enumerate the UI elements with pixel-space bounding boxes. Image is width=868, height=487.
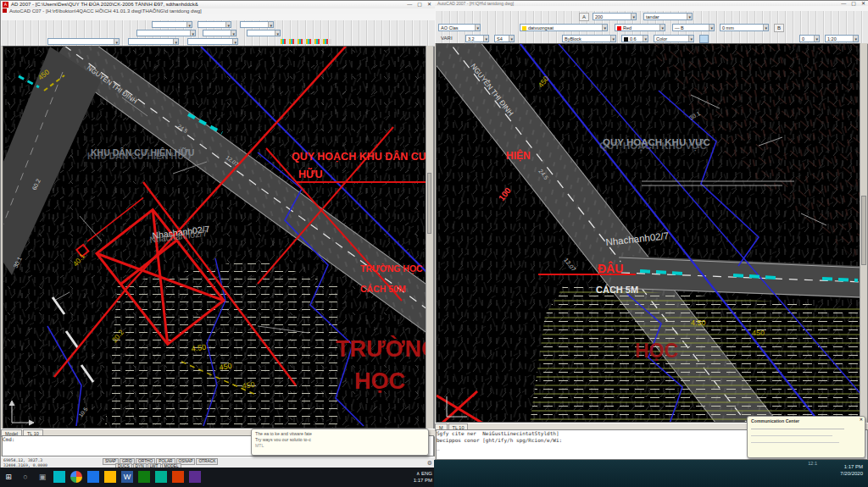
color-combo[interactable]	[128, 38, 179, 45]
scrollbar-thumb[interactable]	[427, 173, 431, 234]
taskbar-icons[interactable]: ⊞○▣W	[0, 468, 203, 482]
window-control-button[interactable]: ✕	[425, 1, 434, 8]
notification-line: Try ways vou our solutio to-c	[255, 437, 425, 443]
scrollbar-thumb[interactable]	[861, 196, 866, 265]
task-view-icon[interactable]: ▣	[36, 471, 48, 483]
parcel-number: 450	[752, 329, 765, 337]
toolbar-combo[interactable]	[240, 21, 274, 28]
tray-caret-icon[interactable]: ∧	[416, 471, 420, 476]
toolbar-combo[interactable]	[198, 21, 231, 28]
text-tool-button[interactable]: A	[579, 13, 589, 21]
status-toggle[interactable]: OTRACK	[196, 458, 218, 465]
window-title-secondary: AutoCAD C07 - [H:\r6\bukton\4QACC HỒ\CH …	[9, 8, 202, 14]
cad-drawing-left: QUY HOẠCH KHU DÂN CƯ HIỆNHỮUTRƯỜNG HỌC N…	[3, 47, 429, 429]
toolbar-layers[interactable]: AO Clas datvuongsat Red — B 0 mm B	[435, 22, 868, 34]
workspace-combo[interactable]: AO Clas	[438, 24, 481, 31]
text-height-combo[interactable]: 200	[593, 13, 637, 20]
annotation-cach-5m: CÁCH 5M	[596, 285, 638, 295]
annotation-truong: TRƯỜNG	[336, 335, 429, 362]
toolbar-color-swatches	[281, 39, 331, 44]
scale-combo[interactable]: 1:20	[825, 35, 859, 42]
app-icon-green[interactable]	[138, 471, 150, 483]
annotation-hien: HIỆN	[506, 149, 531, 162]
notification-bubble[interactable]: The ea to ke and vitware fate Try ways v…	[251, 429, 429, 456]
app-icon-mint[interactable]	[155, 471, 167, 483]
window-control-button[interactable]: —	[404, 1, 415, 8]
annotation-khu-vuc-ghost: QUY HOẠCH KHU VỰC	[599, 141, 707, 152]
vertical-scrollbar[interactable]	[860, 43, 867, 423]
taskbar-left-monitor[interactable]: ⊞○▣W ∧ ENG 1:17 PM	[0, 468, 434, 487]
vari-value2-box[interactable]: S4	[494, 35, 515, 42]
annotation-dau: ĐẬU	[598, 261, 623, 275]
school-parcel-hatch	[105, 258, 342, 426]
annotation-quy-hoach-2: HỮU	[298, 168, 322, 180]
panel-divider	[751, 429, 844, 429]
toolbar-combo[interactable]	[247, 30, 281, 36]
folder-icon[interactable]	[104, 471, 116, 483]
cad-drawing-right: HIỆNQUY HOẠCH KHU VỰCQUY HOẠCH KHU VỰCNh…	[437, 44, 861, 423]
panel-title: Communication Center	[751, 418, 799, 423]
plotstyle-combo[interactable]: ByBlock	[562, 35, 616, 42]
toolbar-combo[interactable]	[136, 30, 196, 36]
text-style-combo[interactable]: tandar	[643, 13, 693, 20]
width-box[interactable]: 0.6	[621, 35, 648, 42]
window-controls[interactable]: —▢✕	[404, 1, 434, 8]
autocad-logo-icon: A	[3, 2, 8, 8]
autocad-window-left: A AD 2007 - [C:\Users\Des\QUY TH ĐÚA 202…	[0, 0, 434, 468]
color-combo[interactable]: Red	[615, 24, 665, 31]
clock[interactable]: 1:17 PM 7/20/2020	[840, 463, 863, 477]
start-button[interactable]: ⊞	[3, 471, 14, 483]
annotation-khu-dan-cu-ghost: KHU DÂN CƯ HIỆN HỮU	[87, 151, 191, 162]
zero-combo[interactable]: 0	[799, 35, 820, 42]
autocad-window-right: AutoCAD 2007 - [H:\QH\d tantdong dwg] —▢…	[434, 0, 868, 460]
clock[interactable]: 1:17 PM	[414, 477, 432, 484]
lineweight-combo[interactable]: 0 mm	[720, 24, 769, 31]
status-tray-icon[interactable]: ⚙	[427, 460, 432, 467]
parcel-number: 450	[242, 380, 255, 390]
annotation-hoc: HỌC	[354, 368, 405, 394]
taskbar-right-monitor[interactable]: 12:1 1:17 PM 7/20/2020	[434, 460, 868, 487]
search-icon[interactable]: ○	[19, 471, 31, 483]
window-control-button[interactable]: ▢	[415, 1, 425, 8]
layer-combo[interactable]: datvuongsat	[520, 24, 608, 31]
panel-divider	[751, 435, 832, 436]
toolbar-combo[interactable]	[203, 30, 236, 36]
vari-value-box[interactable]: 3.2	[465, 35, 489, 42]
layer-combo[interactable]	[47, 38, 120, 45]
close-icon[interactable]: ✕	[860, 417, 863, 423]
annotation-truong-hoc-nguyen: TRƯỜNG HỌC NGUYỄN THỊ	[360, 263, 429, 274]
app-icon-purple[interactable]	[189, 471, 201, 483]
color-ctrl-combo[interactable]: Color	[654, 35, 694, 42]
chrome-icon[interactable]	[70, 471, 82, 483]
linetype-combo[interactable]: — B	[672, 24, 715, 31]
system-tray[interactable]: ∧ ENG 1:17 PM	[414, 470, 432, 484]
annotation-quy-hoach: QUY HOẠCH KHU DÂN CƯ HIỆN	[292, 150, 429, 163]
word-icon[interactable]: W	[121, 471, 133, 483]
toolbar-combo[interactable]	[152, 21, 192, 28]
vari-label: VARI	[438, 35, 455, 42]
drawing-canvas[interactable]: QUY HOẠCH KHU DÂN CƯ HIỆNHỮUTRƯỜNG HỌC N…	[3, 46, 429, 429]
byblock-button[interactable]: B	[774, 24, 784, 32]
parcel-number: 4.50	[691, 318, 706, 327]
annotation-cach-50m: CÁCH 50M	[360, 284, 406, 294]
annotation-hoc: HỌC	[635, 340, 678, 362]
app-icon-teal[interactable]	[53, 471, 65, 483]
parcel-number: 450	[219, 362, 232, 372]
communication-center-panel[interactable]: Communication Center ✕	[747, 416, 865, 458]
notification-line: MTL	[255, 443, 425, 449]
language-indicator[interactable]: ENG	[421, 471, 432, 476]
dual-monitor-desktop: { "left_window": { "title": "AD 2007 - […	[0, 0, 868, 487]
school-parcel-hatch	[530, 285, 861, 423]
status-fragment: 12:1	[808, 461, 817, 466]
linetype-combo[interactable]	[187, 38, 238, 45]
app-icon-blue[interactable]	[87, 471, 99, 483]
vertical-scrollbar[interactable]	[426, 46, 432, 429]
window-title: AD 2007 - [C:\Users\Des\QUY TH ĐÚA 2020\…	[11, 1, 198, 8]
autocad-logo-icon	[3, 8, 7, 13]
app-icon-orange[interactable]	[172, 471, 184, 483]
highlighted-cell[interactable]	[699, 35, 709, 43]
drawing-canvas[interactable]: HIỆNQUY HOẠCH KHU VỰCQUY HOẠCH KHU VỰCNh…	[436, 43, 861, 423]
toolbar-text[interactable]: A 200 tandar	[435, 11, 868, 23]
notification-line: The ea to ke and vitware fate	[255, 431, 425, 437]
panel-divider	[751, 442, 839, 443]
